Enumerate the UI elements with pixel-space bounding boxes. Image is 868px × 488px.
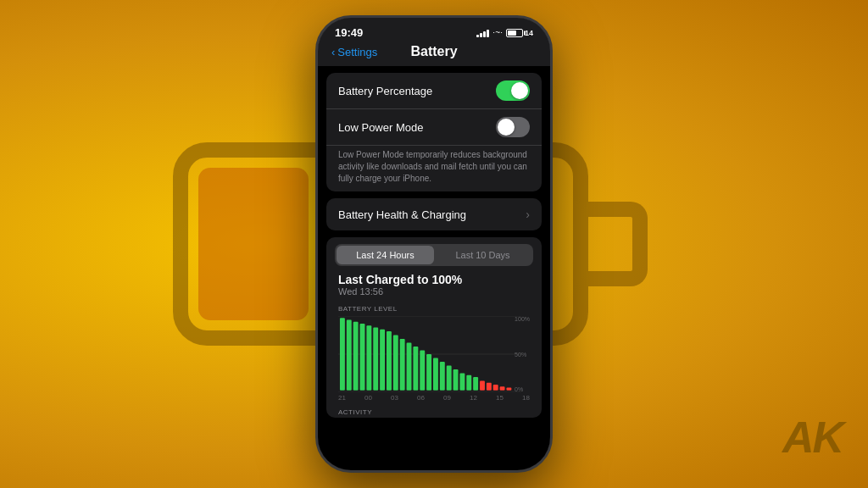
- svg-rect-5: [353, 322, 359, 391]
- watermark: AK: [782, 412, 843, 463]
- svg-rect-13: [407, 343, 412, 391]
- svg-rect-24: [480, 381, 485, 391]
- last-charged-info: Last Charged to 100% Wed 13:56: [326, 273, 542, 302]
- x-label-06: 06: [417, 394, 425, 402]
- svg-rect-14: [413, 347, 418, 391]
- x-label-18: 18: [522, 394, 530, 402]
- toggle-section: Battery Percentage Low Power Mode Low Po…: [326, 73, 542, 191]
- low-power-mode-row: Low Power Mode: [326, 109, 542, 146]
- x-label-00: 00: [364, 394, 372, 402]
- svg-rect-12: [400, 339, 405, 391]
- svg-rect-11: [393, 336, 398, 391]
- svg-rect-23: [473, 377, 478, 391]
- svg-rect-8: [373, 328, 378, 391]
- svg-rect-4: [347, 320, 352, 391]
- y-label-0: 0%: [515, 386, 530, 392]
- phone-frame: 19:49 ⋅~⋅ 14 ‹ Settings Battery: [315, 15, 553, 473]
- status-time: 19:49: [335, 26, 363, 39]
- battery-percentage-label: Battery Percentage: [338, 85, 432, 97]
- svg-rect-10: [387, 331, 392, 391]
- svg-rect-15: [420, 351, 425, 391]
- low-power-mode-description: Low Power Mode temporarily reduces backg…: [326, 146, 542, 191]
- tab-last-24-hours[interactable]: Last 24 Hours: [337, 246, 434, 264]
- page-title: Battery: [410, 44, 457, 59]
- svg-rect-22: [466, 375, 471, 391]
- battery-status-icon: 14: [506, 29, 533, 37]
- status-icons: ⋅~⋅ 14: [476, 28, 533, 37]
- svg-rect-9: [380, 330, 385, 391]
- svg-rect-16: [426, 354, 431, 391]
- svg-rect-20: [453, 369, 459, 391]
- svg-rect-6: [360, 324, 365, 391]
- wifi-icon: ⋅~⋅: [492, 28, 503, 37]
- chevron-right-icon: ›: [526, 208, 530, 221]
- back-button[interactable]: ‹ Settings: [331, 46, 377, 58]
- battery-health-section: Battery Health & Charging ›: [326, 198, 542, 230]
- svg-rect-19: [447, 366, 452, 391]
- chart-y-labels: 100% 50% 0%: [511, 316, 530, 392]
- svg-rect-26: [493, 385, 498, 391]
- status-bar: 19:49 ⋅~⋅ 14: [318, 18, 550, 42]
- svg-rect-18: [440, 362, 445, 391]
- tab-last-10-days[interactable]: Last 10 Days: [434, 246, 531, 264]
- settings-content: Battery Percentage Low Power Mode Low Po…: [318, 66, 550, 470]
- x-label-09: 09: [443, 394, 451, 402]
- chart-x-labels: 21 00 03 06 09 12 15 18: [338, 392, 530, 403]
- x-label-21: 21: [338, 394, 346, 402]
- battery-percentage-row: Battery Percentage: [326, 73, 542, 109]
- last-charged-title: Last Charged to 100%: [338, 273, 530, 286]
- svg-rect-7: [366, 325, 371, 391]
- y-label-50: 50%: [515, 352, 530, 358]
- battery-health-label: Battery Health & Charging: [338, 208, 466, 221]
- battery-level-chart-area: BATTERY LEVEL: [326, 302, 542, 405]
- nav-bar: ‹ Settings Battery: [318, 42, 550, 66]
- x-label-12: 12: [470, 394, 477, 402]
- last-charged-subtitle: Wed 13:56: [338, 286, 530, 297]
- battery-level-label: BATTERY LEVEL: [338, 305, 530, 313]
- low-power-mode-label: Low Power Mode: [338, 121, 423, 134]
- battery-chart-container: 100% 50% 0%: [338, 316, 530, 392]
- battery-health-row[interactable]: Battery Health & Charging ›: [326, 198, 542, 230]
- svg-rect-25: [487, 383, 492, 391]
- x-label-03: 03: [391, 394, 398, 402]
- back-chevron-icon: ‹: [331, 46, 335, 58]
- tab-switcher: Last 24 Hours Last 10 Days: [335, 244, 533, 266]
- activity-label: ACTIVITY: [326, 405, 542, 418]
- svg-rect-21: [459, 374, 465, 391]
- battery-chart-svg: [338, 316, 530, 392]
- svg-rect-3: [340, 318, 345, 391]
- low-power-mode-toggle[interactable]: [496, 117, 530, 137]
- y-label-100: 100%: [515, 316, 530, 322]
- battery-percentage-toggle[interactable]: [496, 80, 530, 101]
- svg-rect-17: [433, 358, 438, 391]
- battery-percent: 14: [525, 29, 533, 37]
- signal-bars-icon: [476, 29, 489, 37]
- x-label-15: 15: [496, 394, 504, 402]
- svg-rect-27: [500, 386, 505, 391]
- back-label: Settings: [337, 46, 377, 58]
- chart-section: Last 24 Hours Last 10 Days Last Charged …: [326, 237, 542, 418]
